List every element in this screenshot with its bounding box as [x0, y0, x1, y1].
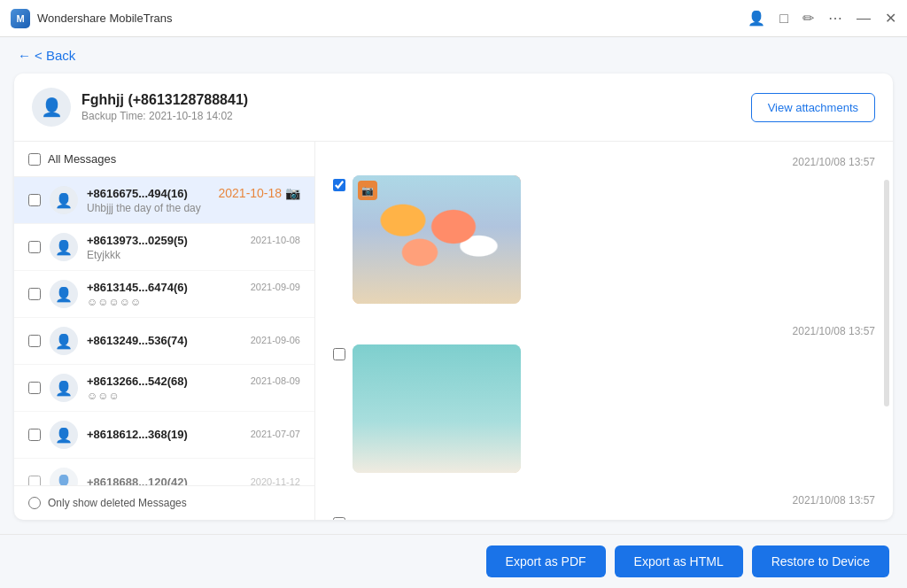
message-row: 📷	[333, 175, 875, 304]
titlebar-controls: 👤 □ ✏ ⋯ — ✕	[748, 10, 896, 27]
contact-avatar: 👤	[50, 468, 78, 485]
body-split: All Messages 👤 +8616675...494(16) 2021-1…	[14, 142, 893, 520]
contact-checkbox[interactable]	[28, 476, 41, 485]
app-icon: M	[11, 9, 30, 28]
profile-left: 👤 Fghhjj (+8613128788841) Backup Time: 2…	[32, 88, 248, 127]
all-messages-checkbox[interactable]	[28, 153, 41, 166]
list-item[interactable]: 👤 +8616675...494(16) 2021-10-18 📷 Uhbjjj…	[14, 177, 314, 224]
list-item[interactable]: 👤 +8618612...368(19) 2021-07-07	[14, 412, 314, 459]
contact-date: 2020-11-12	[251, 476, 300, 485]
contact-info: +8618688...120(42) 2020-11-12	[87, 476, 300, 486]
right-panel[interactable]: 2021/10/08 13:57 📷 2021/10/08 13:57	[315, 142, 893, 520]
contact-avatar-icon: 👤	[55, 474, 73, 486]
list-item[interactable]: 👤 +8613145...6474(6) 2021-09-09 ☺☺☺☺☺	[14, 271, 314, 318]
avatar: 👤	[32, 88, 71, 127]
profile-name: Fghhjj (+8613128788841)	[81, 92, 248, 108]
edit-icon[interactable]: ✏	[802, 10, 814, 27]
list-item[interactable]: 👤 +8613266...542(68) 2021-08-09 ☺☺☺	[14, 365, 314, 412]
contact-info: +8613249...536(74) 2021-09-06	[87, 334, 300, 349]
contact-checkbox[interactable]	[28, 335, 41, 347]
message-checkbox[interactable]	[333, 517, 345, 520]
contact-info: +8613145...6474(6) 2021-09-09 ☺☺☺☺☺	[87, 281, 300, 308]
contact-avatar: 👤	[50, 327, 78, 355]
scrollbar[interactable]	[884, 180, 889, 406]
all-messages-label: All Messages	[48, 152, 116, 166]
show-deleted-radio[interactable]	[28, 497, 41, 509]
contact-avatar-icon: 👤	[55, 192, 73, 209]
export-pdf-button[interactable]: Export as PDF	[486, 545, 606, 577]
contact-checkbox[interactable]	[28, 241, 41, 253]
export-html-button[interactable]: Export as HTML	[615, 545, 743, 577]
contact-avatar-icon: 👤	[55, 239, 73, 256]
menu-icon[interactable]: ⋯	[828, 10, 842, 27]
titlebar: M Wondershare MobileTrans 👤 □ ✏ ⋯ — ✕	[0, 0, 907, 37]
contact-date: 2021-08-09	[251, 375, 300, 386]
message-checkbox[interactable]	[333, 179, 345, 191]
content-wrapper: 👤 Fghhjj (+8613128788841) Backup Time: 2…	[14, 74, 893, 520]
contact-avatar: 👤	[50, 280, 78, 308]
contact-avatar-icon: 👤	[55, 333, 73, 350]
contact-name: +8618612...368(19)	[87, 428, 188, 441]
image-badge: 📷	[358, 181, 377, 200]
window-icon[interactable]: □	[779, 11, 788, 27]
list-item[interactable]: 👤 +8613973...0259(5) 2021-10-08 Etyjkkk	[14, 224, 314, 271]
contact-msg: Uhbjjj the day of the day	[87, 202, 300, 214]
contact-checkbox[interactable]	[28, 429, 41, 441]
contact-date: 2021-10-18 📷	[218, 186, 300, 200]
list-item[interactable]: 👤 +8613249...536(74) 2021-09-06	[14, 318, 314, 365]
contact-avatar: 👤	[50, 233, 78, 261]
minimize-icon[interactable]: —	[857, 11, 871, 27]
contact-msg: ☺☺☺	[87, 390, 300, 402]
message-group: 2021/10/08 13:57	[333, 325, 875, 473]
backup-time: Backup Time: 2021-10-18 14:02	[81, 110, 248, 122]
contact-name: +8613266...542(68)	[87, 375, 188, 388]
contact-name: +8618688...120(42)	[87, 476, 188, 486]
room-image	[353, 344, 521, 473]
contact-checkbox[interactable]	[28, 194, 41, 206]
view-attachments-button[interactable]: View attachments	[751, 93, 875, 122]
back-header: ← < Back	[0, 37, 907, 74]
main: ← < Back 👤 Fghhjj (+8613128788841) Backu…	[0, 37, 907, 588]
avatar-icon: 👤	[41, 97, 63, 118]
contact-date: 2021-07-07	[251, 429, 300, 439]
left-panel: All Messages 👤 +8616675...494(16) 2021-1…	[14, 142, 315, 520]
contact-msg: ☺☺☺☺☺	[87, 296, 300, 308]
bottom-bar: Export as PDF Export as HTML Restore to …	[0, 534, 907, 588]
contact-checkbox[interactable]	[28, 288, 41, 300]
person-icon[interactable]: 👤	[748, 10, 765, 27]
restore-device-button[interactable]: Restore to Device	[752, 545, 889, 577]
contact-checkbox[interactable]	[28, 382, 41, 394]
titlebar-left: M Wondershare MobileTrans	[11, 9, 172, 28]
contact-name: +8616675...494(16)	[87, 187, 188, 200]
contact-date: 2021-10-08	[251, 235, 300, 245]
contact-date: 2021-09-09	[251, 282, 300, 292]
contact-avatar-icon: 👤	[55, 286, 73, 303]
message-image-wrapper: 📷	[353, 175, 521, 304]
list-item[interactable]: 👤 +8618688...120(42) 2020-11-12	[14, 459, 314, 485]
message-group: 2021/10/08 13:57 📷	[333, 156, 875, 304]
close-icon[interactable]: ✕	[885, 10, 896, 27]
contact-info: +8616675...494(16) 2021-10-18 📷 Uhbjjj t…	[87, 186, 300, 214]
contact-info: +8618612...368(19) 2021-07-07	[87, 428, 300, 443]
deleted-row: Only show deleted Messages	[14, 485, 314, 520]
contact-msg: Etyjkkk	[87, 249, 300, 261]
contact-avatar: 👤	[50, 421, 78, 449]
app-title: Wondershare MobileTrans	[37, 12, 172, 25]
profile-header: 👤 Fghhjj (+8613128788841) Backup Time: 2…	[14, 74, 893, 142]
message-image-wrapper	[353, 344, 521, 473]
back-button[interactable]: ← < Back	[18, 48, 75, 63]
message-row	[333, 344, 875, 473]
message-row	[333, 514, 875, 520]
contact-name: +8613973...0259(5)	[87, 234, 188, 247]
deleted-label: Only show deleted Messages	[48, 497, 187, 509]
contact-avatar-icon: 👤	[55, 427, 73, 444]
flower-image	[353, 175, 521, 304]
message-checkbox[interactable]	[333, 348, 345, 360]
message-group: 2021/10/08 13:57	[333, 494, 875, 520]
profile-info: Fghhjj (+8613128788841) Backup Time: 202…	[81, 92, 248, 122]
all-messages-row: All Messages	[14, 142, 314, 177]
contact-info: +8613973...0259(5) 2021-10-08 Etyjkkk	[87, 234, 300, 261]
orange-badge-icon: 📷	[285, 186, 300, 200]
message-timestamp: 2021/10/08 13:57	[333, 494, 875, 507]
message-timestamp: 2021/10/08 13:57	[333, 156, 875, 168]
